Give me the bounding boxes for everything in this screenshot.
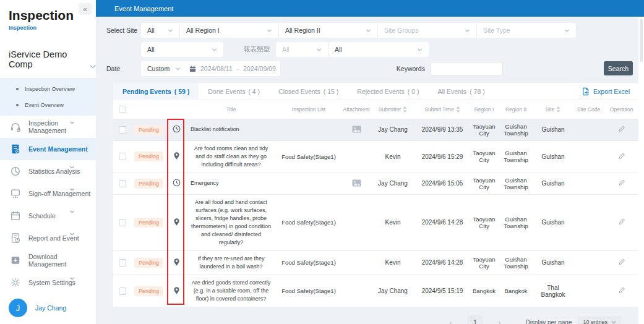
cell-status: Pending	[132, 119, 166, 140]
row-checkbox[interactable]	[119, 153, 126, 160]
site-type-dropdown[interactable]: Site Type	[476, 23, 576, 38]
select-all-checkbox[interactable]	[119, 106, 126, 113]
keywords-label: Keywords	[397, 65, 425, 72]
cell-submit-time: 2024/9/6 15:29	[415, 140, 470, 173]
sidebar-item-system-settings[interactable]: System Settings	[0, 271, 96, 294]
cell-region2: Guishan Township	[499, 140, 533, 173]
bullet-icon	[16, 88, 19, 90]
sort-icon[interactable]	[556, 106, 560, 113]
row-checkbox[interactable]	[119, 126, 126, 134]
cell-checkbox	[113, 173, 132, 194]
search-button[interactable]: Search	[604, 61, 633, 75]
tab-count: ( 15 )	[324, 88, 339, 95]
date-from-input[interactable]: 2024/08/11	[196, 65, 237, 72]
sidebar-item-schedule[interactable]: Schedule	[0, 205, 96, 227]
sidebar-item-download-management[interactable]: Download Management	[0, 249, 96, 271]
edit-pencil-icon[interactable]	[617, 125, 625, 133]
column-header-submit_time[interactable]: Submit Time	[415, 100, 470, 119]
cell-title: Are dried goods stored correctly (e.g. i…	[187, 275, 275, 307]
type-all-dropdown[interactable]: All	[141, 42, 223, 57]
column-header-site[interactable]: Site	[533, 100, 573, 119]
sort-icon[interactable]	[456, 106, 460, 113]
region1-dropdown[interactable]: All Region I	[179, 23, 278, 38]
sidebar-item-event-overview[interactable]: Event Overview	[0, 97, 96, 113]
edit-pencil-icon[interactable]	[617, 286, 625, 294]
tab-rejected-events[interactable]: Rejected Events( 0 )	[348, 83, 428, 100]
tab-label: Rejected Events	[357, 88, 404, 95]
column-header-title: Title	[187, 100, 275, 119]
tab-count: ( 0 )	[408, 88, 419, 95]
cell-submit-time: 2024/9/6 14:28	[415, 194, 470, 250]
report-type-dropdown[interactable]: All	[276, 42, 328, 57]
table-row[interactable]: PendingAre dried goods stored correctly …	[113, 275, 638, 307]
sidebar-item-report-and-event[interactable]: Report and Event	[0, 227, 96, 249]
row-checkbox[interactable]	[119, 288, 126, 295]
column-header-region1: Region I	[470, 100, 499, 119]
sidebar-collapse-button[interactable]: «	[79, 3, 92, 15]
pin-icon	[173, 151, 180, 160]
tab-all-events[interactable]: All Events( 78 )	[428, 83, 494, 100]
column-label: Operation	[610, 106, 633, 113]
table-row[interactable]: PendingIf they are re-used are they laun…	[113, 250, 638, 275]
cell-inspection-list	[275, 119, 342, 140]
sidebar-item-event-management[interactable]: Event Management	[0, 138, 96, 160]
region2-dropdown[interactable]: All Region II	[278, 23, 377, 38]
event-title: Blacklist notification	[189, 126, 273, 134]
sidebar-item-inspection-management[interactable]: Inspection Management	[0, 116, 96, 138]
sidebar-item-inspection-overview[interactable]: Inspection Overview	[0, 81, 96, 97]
export-excel-button[interactable]: Export Excel	[582, 87, 630, 96]
cell-checkbox	[113, 140, 132, 173]
export-excel-label: Export Excel	[593, 88, 630, 95]
site-all-dropdown[interactable]: All	[141, 23, 179, 38]
table-row[interactable]: PendingEmergencyJay Chang2024/9/6 15:05T…	[113, 173, 638, 194]
report-subtype-dropdown[interactable]: All	[328, 42, 429, 57]
dropdown-placeholder: Site Type	[483, 27, 510, 34]
prev-page-button[interactable]: ‹	[444, 318, 458, 324]
table-row[interactable]: PendingBlacklist notificationJay Chang20…	[113, 119, 638, 140]
cell-submitter: Jay Chang	[371, 173, 415, 194]
edit-pencil-icon[interactable]	[617, 179, 625, 187]
cell-title: Blacklist notification	[187, 119, 275, 140]
cell-site-code	[573, 173, 604, 194]
main-area: Event Management Select Site All All Reg…	[96, 0, 644, 324]
status-badge: Pending	[134, 218, 163, 228]
page-size-dropdown[interactable]: 10 entries	[578, 316, 621, 324]
status-badge: Pending	[134, 179, 163, 189]
scrollbar-track[interactable]	[638, 17, 644, 324]
chevron-down-icon	[69, 188, 80, 199]
sidebar-item-sign-off-management[interactable]: Sign-off Management	[0, 182, 96, 205]
edit-pencil-icon[interactable]	[617, 258, 625, 266]
company-selector[interactable]: iService Demo Comp	[0, 31, 96, 69]
table-row[interactable]: PendingAre food rooms clean and tidy and…	[113, 140, 638, 173]
sidebar-item-statistics-analysis[interactable]: Statistics Analysis	[0, 160, 96, 182]
row-checkbox[interactable]	[119, 259, 126, 266]
cell-site-code	[573, 194, 604, 250]
date-mode-dropdown[interactable]: Custom	[141, 61, 187, 76]
row-checkbox[interactable]	[119, 219, 126, 226]
cell-submitter: Jay Chang	[371, 119, 415, 140]
sort-icon[interactable]	[403, 106, 407, 113]
next-page-button[interactable]: ›	[492, 318, 507, 324]
events-table-wrap: TitleInspection ListAttachmentSubmitterS…	[113, 100, 638, 307]
cell-title: Are food rooms clean and tidy and do sta…	[187, 140, 275, 173]
edit-pencil-icon[interactable]	[617, 218, 625, 226]
download-icon	[10, 255, 21, 266]
cell-operation	[604, 173, 638, 194]
tab-done-events[interactable]: Done Events( 4 )	[199, 83, 269, 100]
tab-closed-events[interactable]: Closed Events( 15 )	[269, 83, 348, 100]
column-header-submitter[interactable]: Submitter	[371, 100, 415, 119]
edit-pencil-icon[interactable]	[617, 152, 625, 160]
page-number-button[interactable]: 1	[467, 315, 483, 324]
cell-inspection-list: Food Safety(Stage1)	[275, 194, 342, 250]
table-row[interactable]: PendingAre all food and hand contact sur…	[113, 194, 638, 250]
keywords-input[interactable]	[430, 62, 503, 75]
user-profile[interactable]: J Jay Chang	[9, 299, 66, 317]
event-title: Are food rooms clean and tidy and do sta…	[189, 145, 273, 169]
gear-icon	[10, 277, 21, 288]
row-checkbox[interactable]	[119, 180, 126, 187]
tab-pending-events[interactable]: Pending Events( 59 )	[113, 83, 199, 100]
date-to-input[interactable]: 2024/09/09	[239, 65, 280, 72]
chevron-down-icon	[611, 321, 616, 324]
scrollbar-thumb[interactable]	[640, 19, 643, 62]
site-groups-dropdown[interactable]: Site Groups	[377, 23, 476, 38]
